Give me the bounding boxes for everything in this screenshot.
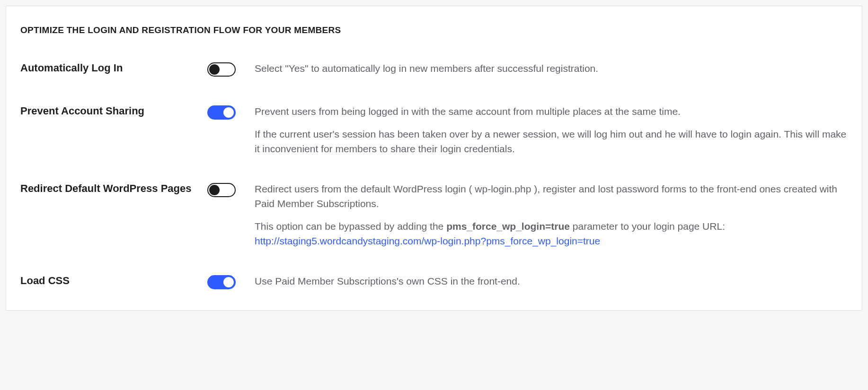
setting-label-col: Prevent Account Sharing [20,104,207,118]
prevent-sharing-desc2: If the current user's session has been t… [255,127,848,156]
setting-desc-col: Redirect users from the default WordPres… [255,182,848,248]
setting-label-col: Automatically Log In [20,61,207,75]
redirect-wp-desc2: This option can be bypassed by adding th… [255,219,848,248]
auto-login-desc: Select "Yes" to automatically log in new… [255,61,848,76]
toggle-knob [223,107,234,118]
setting-row-prevent-sharing: Prevent Account Sharing Prevent users fr… [20,104,848,156]
prevent-sharing-toggle[interactable] [207,105,236,120]
redirect-wp-label: Redirect Default WordPress Pages [20,182,198,196]
redirect-wp-desc2-prefix: This option can be bypassed by adding th… [255,221,446,232]
auto-login-toggle[interactable] [207,62,236,77]
setting-row-load-css: Load CSS Use Paid Member Subscriptions's… [20,274,848,291]
redirect-wp-desc1: Redirect users from the default WordPres… [255,182,848,211]
toggle-knob [223,277,234,287]
prevent-sharing-desc1: Prevent users from being logged in with … [255,104,848,119]
setting-toggle-col [207,182,255,199]
setting-toggle-col [207,104,255,121]
section-heading: OPTIMIZE THE LOGIN AND REGISTRATION FLOW… [20,25,848,35]
redirect-wp-desc2-middle: parameter to your login page URL: [570,221,725,232]
setting-desc-col: Select "Yes" to automatically log in new… [255,61,848,76]
setting-label-col: Load CSS [20,274,207,288]
setting-label-col: Redirect Default WordPress Pages [20,182,207,196]
redirect-wp-param: pms_force_wp_login=true [446,221,570,232]
prevent-sharing-label: Prevent Account Sharing [20,104,198,118]
load-css-label: Load CSS [20,274,198,288]
setting-toggle-col [207,61,255,78]
load-css-toggle[interactable] [207,275,236,289]
redirect-wp-toggle[interactable] [207,183,236,197]
setting-row-redirect-wp: Redirect Default WordPress Pages Redirec… [20,182,848,248]
settings-panel: OPTIMIZE THE LOGIN AND REGISTRATION FLOW… [6,6,862,311]
setting-desc-col: Prevent users from being logged in with … [255,104,848,156]
redirect-wp-link[interactable]: http://staging5.wordcandystaging.com/wp-… [255,235,600,246]
toggle-knob [209,185,220,195]
auto-login-label: Automatically Log In [20,61,198,75]
setting-toggle-col [207,274,255,291]
load-css-desc: Use Paid Member Subscriptions's own CSS … [255,274,848,288]
toggle-knob [209,64,220,75]
setting-desc-col: Use Paid Member Subscriptions's own CSS … [255,274,848,288]
setting-row-auto-login: Automatically Log In Select "Yes" to aut… [20,61,848,78]
